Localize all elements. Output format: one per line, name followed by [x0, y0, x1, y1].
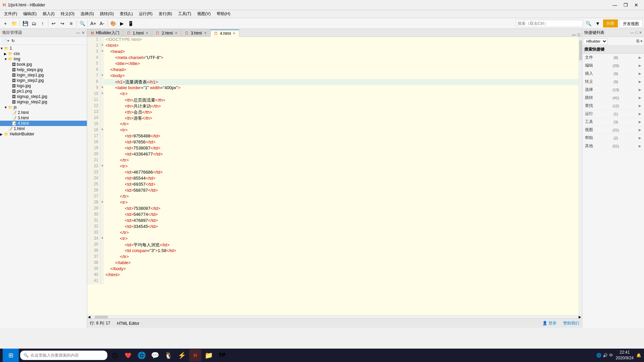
code-line-9[interactable]: 9♦ <table border="1" width="400px">	[87, 85, 579, 91]
shortcut-find[interactable]: 查找 (12) ▶	[582, 102, 644, 110]
code-line-34[interactable]: 34♦ <tr>	[87, 236, 579, 242]
tree-item-book[interactable]: 🖼 book.jpg	[0, 62, 87, 67]
code-line-10[interactable]: 10♦ <tr>	[87, 91, 579, 97]
tab-1html[interactable]: 🗒 1.html ✕	[123, 29, 152, 37]
color-button[interactable]: 🎨	[109, 19, 117, 27]
code-line-19[interactable]: 19 <td>7538087</td>	[87, 145, 579, 152]
code-line-36[interactable]: 36 <td colspan="3">1.58</td>	[87, 248, 579, 254]
code-line-40[interactable]: 40</html>	[87, 272, 579, 278]
menu-run[interactable]: 运行(R)	[136, 10, 155, 17]
refresh-sidebar[interactable]: ↻	[11, 38, 15, 44]
code-line-41[interactable]: 41	[87, 278, 579, 284]
tree-item-img[interactable]: ▼ 📁 img	[0, 56, 87, 62]
code-line-28[interactable]: 28♦ <tr>	[87, 200, 579, 206]
code-line-1[interactable]: 1<!DOCTYPE html>	[87, 37, 579, 43]
shortcut-other[interactable]: 其他 (51) ▶	[582, 142, 644, 150]
menu-select[interactable]: 选择(S)	[78, 10, 97, 17]
code-line-24[interactable]: 24 <td>85544</td>	[87, 176, 579, 182]
tree-item-login1[interactable]: 🖼 login_step1.jpg	[0, 72, 87, 78]
code-line-5[interactable]: 5 <title></title>	[87, 61, 579, 67]
font-inc-button[interactable]: A+	[89, 19, 97, 27]
code-line-13[interactable]: 13 <th>会员</th>	[87, 109, 579, 115]
tree-item-root[interactable]: ▼ 📁 1	[0, 46, 87, 51]
taskbar-search-input[interactable]	[31, 353, 98, 358]
search-input[interactable]	[516, 20, 583, 27]
menu-edit[interactable]: 编辑(E)	[20, 10, 39, 17]
tree-item-login2[interactable]: 🖼 login_step2.jpg	[0, 78, 87, 83]
code-line-17[interactable]: 17 <td>9756488</td>	[87, 133, 579, 139]
search-dropdown[interactable]: ▼	[594, 19, 602, 27]
new-file-sidebar[interactable]: 📄+	[1, 38, 10, 44]
code-line-11[interactable]: 11 <th>总页面流量</th>	[87, 97, 579, 103]
tab-1html-close[interactable]: ✕	[146, 31, 148, 35]
help-link[interactable]: 赞助我们	[563, 320, 579, 326]
find-button[interactable]: 🔍	[78, 19, 86, 27]
code-line-22[interactable]: 22♦ <tr>	[87, 164, 579, 170]
start-button[interactable]: ⊞	[3, 349, 19, 362]
menu-help[interactable]: 帮助(H)	[214, 10, 233, 17]
code-line-2[interactable]: 2♦<html>	[87, 43, 579, 49]
shortcut-tools[interactable]: 工具 (3) ▶	[582, 118, 644, 126]
taskbar-chrome[interactable]: 🌐	[136, 349, 148, 361]
taskbar-qq[interactable]: 🐧	[162, 349, 174, 361]
shortcut-insert[interactable]: 插入 (9) ▶	[582, 70, 644, 78]
menu-convert[interactable]: 转义(O)	[58, 10, 77, 17]
tab-3html[interactable]: 🗒 3.html ✕	[181, 29, 210, 37]
tree-item-2html[interactable]: 📝 2.html	[0, 110, 87, 115]
horizontal-scrollbar[interactable]: ◀ ▶	[87, 315, 582, 318]
code-line-32[interactable]: 32 <td>334545</td>	[87, 224, 579, 230]
close-button[interactable]: ✕	[631, 2, 641, 8]
undo-button[interactable]: ↩	[50, 19, 58, 27]
redo-button[interactable]: ↪	[58, 19, 66, 27]
code-line-7[interactable]: 7♦ <body>	[87, 73, 579, 79]
menu-find[interactable]: 查找(L)	[117, 10, 136, 17]
shortcut-select[interactable]: 选择 (13) ▶	[582, 86, 644, 94]
shortcut-view[interactable]: 视图 (21) ▶	[582, 126, 644, 134]
menu-view[interactable]: 视图(V)	[195, 10, 213, 17]
save-all-button[interactable]: 🗂	[30, 19, 38, 27]
taskbar-task-view[interactable]: ⊡	[109, 349, 121, 361]
code-line-25[interactable]: 25 <td>69357</td>	[87, 182, 579, 188]
search-btn[interactable]: 🔍	[584, 19, 592, 27]
tree-item-hello[interactable]: ▶ 📁 HelloHBuilder	[0, 131, 87, 137]
code-line-8[interactable]: 8 <h1>流量调查表</h1>	[87, 79, 579, 85]
taskbar-time[interactable]: 22:41 2020/9/24	[616, 350, 634, 361]
tab-2html[interactable]: 🗒 2.html ✕	[152, 29, 181, 37]
run-device-button[interactable]: 📱	[126, 19, 135, 27]
save-button[interactable]: 💾	[21, 19, 29, 27]
vertical-scrollbar[interactable]	[579, 37, 582, 315]
code-line-39[interactable]: 39 </body>	[87, 266, 579, 272]
tab-hbuilder[interactable]: H HBuilder入门	[87, 29, 123, 37]
code-line-35[interactable]: 35 <td>平均每人浏览</td>	[87, 242, 579, 248]
code-line-27[interactable]: 27 </tr>	[87, 194, 579, 200]
shortcut-edit[interactable]: 编辑 (29) ▶	[582, 62, 644, 70]
sidebar-minimize[interactable]: —	[76, 31, 80, 35]
code-line-14[interactable]: 14 <th>游客</th>	[87, 115, 579, 121]
tree-item-3html[interactable]: 📝 3.html	[0, 115, 87, 121]
shortcuts-close[interactable]: ✕	[639, 31, 642, 35]
new-file-button[interactable]: +	[1, 19, 9, 27]
code-line-31[interactable]: 31 <td>476897</td>	[87, 218, 579, 224]
tree-item-css[interactable]: ▶ 📁 css	[0, 51, 87, 56]
new-folder-button[interactable]: 📁	[10, 19, 18, 27]
login-link[interactable]: 👤 登录	[542, 320, 556, 326]
code-line-3[interactable]: 3♦ <head>	[87, 49, 579, 55]
code-line-18[interactable]: 18 <td>97656</td>	[87, 139, 579, 145]
tab-minimize[interactable]: —	[571, 33, 576, 37]
menu-jump[interactable]: 跳转(G)	[97, 10, 116, 17]
tab-2html-close[interactable]: ✕	[175, 31, 177, 35]
code-line-37[interactable]: 37 </tr>	[87, 254, 579, 260]
code-line-33[interactable]: 33 </tr>	[87, 230, 579, 236]
code-line-4[interactable]: 4 <meta charset="UTF-8">	[87, 55, 579, 61]
code-line-29[interactable]: 29 <td>7538087</td>	[87, 206, 579, 212]
shortcuts-copy[interactable]: ⎘	[637, 39, 639, 44]
tree-item-help[interactable]: 🖼 help_steps.jpg	[0, 67, 87, 72]
scroll-thumb[interactable]	[579, 40, 582, 60]
tab-maximize[interactable]: □	[577, 33, 581, 37]
question-button[interactable]: 问答	[603, 19, 618, 27]
network-icon[interactable]: 🌐	[596, 353, 601, 358]
tree-item-pic1[interactable]: 🖼 pic1.png	[0, 88, 87, 94]
tab-4html-close[interactable]: ✕	[233, 32, 235, 35]
devview-button[interactable]: 开发视图	[619, 19, 643, 27]
shortcut-run[interactable]: 运行 (1) ▶	[582, 110, 644, 118]
